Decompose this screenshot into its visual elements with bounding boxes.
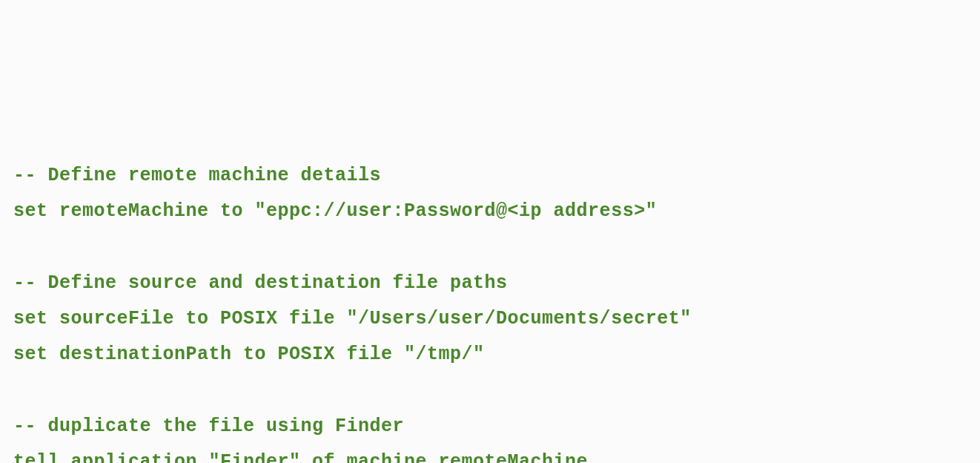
code-line: set sourceFile to POSIX file "/Users/use… [13, 308, 692, 329]
code-line: -- Define remote machine details [13, 165, 381, 186]
code-line: -- duplicate the file using Finder [13, 416, 404, 437]
code-line: set destinationPath to POSIX file "/tmp/… [13, 344, 485, 365]
code-block: -- Define remote machine details set rem… [13, 158, 967, 463]
code-line: tell application "Finder" of machine rem… [13, 451, 588, 463]
code-line: -- Define source and destination file pa… [13, 272, 508, 294]
code-line: set remoteMachine to "eppc://user:Passwo… [13, 200, 657, 222]
